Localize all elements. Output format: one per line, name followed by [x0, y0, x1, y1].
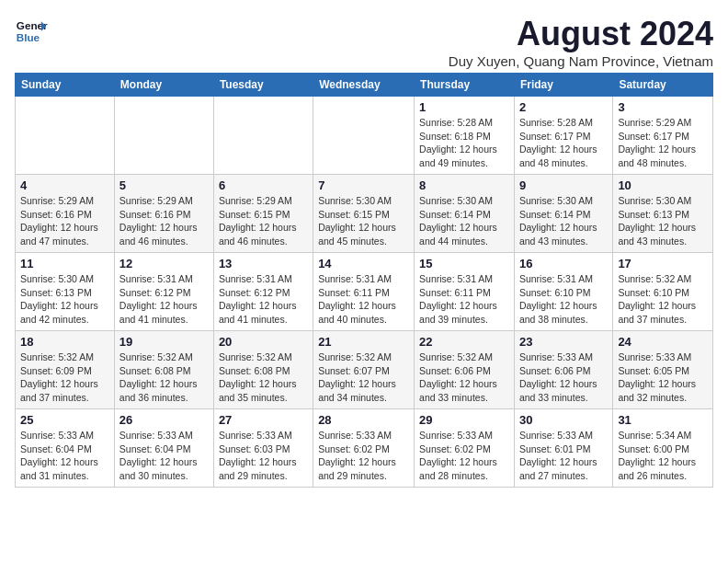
calendar-cell: 9Sunrise: 5:30 AM Sunset: 6:14 PM Daylig… [514, 175, 612, 253]
day-number: 10 [618, 178, 708, 192]
calendar-cell [213, 97, 313, 175]
calendar-cell: 17Sunrise: 5:32 AM Sunset: 6:10 PM Dayli… [613, 253, 713, 331]
calendar-cell: 5Sunrise: 5:29 AM Sunset: 6:16 PM Daylig… [114, 175, 213, 253]
day-info: Sunrise: 5:33 AM Sunset: 6:06 PM Dayligh… [519, 350, 608, 405]
calendar-week-row: 4Sunrise: 5:29 AM Sunset: 6:16 PM Daylig… [16, 175, 713, 253]
day-info: Sunrise: 5:28 AM Sunset: 6:17 PM Dayligh… [519, 116, 608, 170]
day-number: 29 [419, 413, 509, 427]
column-header-monday: Monday [114, 74, 213, 97]
day-info: Sunrise: 5:30 AM Sunset: 6:13 PM Dayligh… [618, 194, 708, 248]
day-info: Sunrise: 5:33 AM Sunset: 6:05 PM Dayligh… [618, 350, 708, 405]
day-number: 17 [618, 257, 708, 270]
column-header-tuesday: Tuesday [213, 74, 313, 97]
logo-icon: General Blue [15, 15, 48, 48]
day-number: 7 [318, 178, 409, 192]
day-info: Sunrise: 5:30 AM Sunset: 6:14 PM Dayligh… [419, 194, 509, 248]
day-info: Sunrise: 5:32 AM Sunset: 6:06 PM Dayligh… [419, 350, 509, 405]
calendar-cell: 14Sunrise: 5:31 AM Sunset: 6:11 PM Dayli… [313, 253, 415, 331]
calendar-cell: 19Sunrise: 5:32 AM Sunset: 6:08 PM Dayli… [114, 331, 213, 409]
calendar-week-row: 18Sunrise: 5:32 AM Sunset: 6:09 PM Dayli… [16, 331, 713, 409]
day-info: Sunrise: 5:33 AM Sunset: 6:01 PM Dayligh… [519, 429, 608, 483]
title-area: August 2024 Duy Xuyen, Quang Nam Provinc… [449, 15, 713, 69]
day-number: 8 [419, 178, 509, 192]
day-number: 16 [519, 257, 608, 270]
day-number: 15 [419, 257, 509, 270]
calendar-cell: 26Sunrise: 5:33 AM Sunset: 6:04 PM Dayli… [114, 409, 213, 488]
day-number: 9 [519, 178, 608, 192]
day-number: 3 [618, 100, 708, 114]
location-subtitle: Duy Xuyen, Quang Nam Province, Vietnam [449, 53, 713, 69]
day-info: Sunrise: 5:30 AM Sunset: 6:15 PM Dayligh… [318, 194, 409, 248]
day-info: Sunrise: 5:31 AM Sunset: 6:10 PM Dayligh… [519, 272, 608, 327]
calendar-cell: 24Sunrise: 5:33 AM Sunset: 6:05 PM Dayli… [613, 331, 713, 409]
day-info: Sunrise: 5:29 AM Sunset: 6:16 PM Dayligh… [20, 194, 109, 248]
day-number: 6 [219, 178, 308, 192]
day-number: 11 [20, 257, 109, 270]
column-header-friday: Friday [514, 74, 612, 97]
day-info: Sunrise: 5:32 AM Sunset: 6:08 PM Dayligh… [119, 350, 209, 405]
day-info: Sunrise: 5:33 AM Sunset: 6:03 PM Dayligh… [219, 429, 308, 483]
calendar-cell: 13Sunrise: 5:31 AM Sunset: 6:12 PM Dayli… [213, 253, 313, 331]
day-number: 5 [119, 178, 209, 192]
day-info: Sunrise: 5:32 AM Sunset: 6:10 PM Dayligh… [618, 272, 708, 327]
day-info: Sunrise: 5:33 AM Sunset: 6:02 PM Dayligh… [419, 429, 509, 483]
calendar-cell: 4Sunrise: 5:29 AM Sunset: 6:16 PM Daylig… [16, 175, 115, 253]
day-info: Sunrise: 5:32 AM Sunset: 6:09 PM Dayligh… [20, 350, 109, 405]
column-header-thursday: Thursday [415, 74, 515, 97]
day-number: 14 [318, 257, 409, 270]
calendar-cell: 31Sunrise: 5:34 AM Sunset: 6:00 PM Dayli… [613, 409, 713, 488]
calendar-cell [114, 97, 213, 175]
calendar-cell [313, 97, 415, 175]
day-number: 20 [219, 335, 308, 349]
month-year-title: August 2024 [449, 15, 713, 53]
calendar-cell: 8Sunrise: 5:30 AM Sunset: 6:14 PM Daylig… [415, 175, 515, 253]
day-info: Sunrise: 5:29 AM Sunset: 6:15 PM Dayligh… [219, 194, 308, 248]
calendar-cell: 16Sunrise: 5:31 AM Sunset: 6:10 PM Dayli… [514, 253, 612, 331]
day-info: Sunrise: 5:31 AM Sunset: 6:11 PM Dayligh… [419, 272, 509, 327]
calendar-table: SundayMondayTuesdayWednesdayThursdayFrid… [15, 73, 713, 488]
calendar-cell: 10Sunrise: 5:30 AM Sunset: 6:13 PM Dayli… [613, 175, 713, 253]
day-number: 2 [519, 100, 608, 114]
day-number: 25 [20, 413, 109, 427]
day-number: 13 [219, 257, 308, 270]
day-info: Sunrise: 5:32 AM Sunset: 6:08 PM Dayligh… [219, 350, 308, 405]
calendar-cell: 21Sunrise: 5:32 AM Sunset: 6:07 PM Dayli… [313, 331, 415, 409]
svg-text:Blue: Blue [17, 31, 40, 43]
calendar-header-row: SundayMondayTuesdayWednesdayThursdayFrid… [16, 74, 713, 97]
calendar-cell: 2Sunrise: 5:28 AM Sunset: 6:17 PM Daylig… [514, 97, 612, 175]
calendar-cell: 20Sunrise: 5:32 AM Sunset: 6:08 PM Dayli… [213, 331, 313, 409]
day-info: Sunrise: 5:31 AM Sunset: 6:12 PM Dayligh… [219, 272, 308, 327]
day-number: 23 [519, 335, 608, 349]
calendar-cell: 30Sunrise: 5:33 AM Sunset: 6:01 PM Dayli… [514, 409, 612, 488]
column-header-wednesday: Wednesday [313, 74, 415, 97]
calendar-cell: 27Sunrise: 5:33 AM Sunset: 6:03 PM Dayli… [213, 409, 313, 488]
calendar-cell: 11Sunrise: 5:30 AM Sunset: 6:13 PM Dayli… [16, 253, 115, 331]
day-info: Sunrise: 5:34 AM Sunset: 6:00 PM Dayligh… [618, 429, 708, 483]
calendar-week-row: 25Sunrise: 5:33 AM Sunset: 6:04 PM Dayli… [16, 409, 713, 488]
day-number: 24 [618, 335, 708, 349]
day-number: 21 [318, 335, 409, 349]
calendar-cell: 29Sunrise: 5:33 AM Sunset: 6:02 PM Dayli… [415, 409, 515, 488]
day-number: 18 [20, 335, 109, 349]
day-number: 28 [318, 413, 409, 427]
day-info: Sunrise: 5:32 AM Sunset: 6:07 PM Dayligh… [318, 350, 409, 405]
calendar-cell: 25Sunrise: 5:33 AM Sunset: 6:04 PM Dayli… [16, 409, 115, 488]
calendar-week-row: 11Sunrise: 5:30 AM Sunset: 6:13 PM Dayli… [16, 253, 713, 331]
calendar-cell: 7Sunrise: 5:30 AM Sunset: 6:15 PM Daylig… [313, 175, 415, 253]
calendar-cell: 1Sunrise: 5:28 AM Sunset: 6:18 PM Daylig… [415, 97, 515, 175]
day-info: Sunrise: 5:33 AM Sunset: 6:04 PM Dayligh… [20, 429, 109, 483]
calendar-week-row: 1Sunrise: 5:28 AM Sunset: 6:18 PM Daylig… [16, 97, 713, 175]
calendar-cell: 18Sunrise: 5:32 AM Sunset: 6:09 PM Dayli… [16, 331, 115, 409]
day-number: 4 [20, 178, 109, 192]
day-number: 1 [419, 100, 509, 114]
logo: General Blue [15, 15, 48, 48]
day-number: 12 [119, 257, 209, 270]
calendar-cell: 15Sunrise: 5:31 AM Sunset: 6:11 PM Dayli… [415, 253, 515, 331]
page-header: General Blue August 2024 Duy Xuyen, Quan… [15, 15, 713, 69]
calendar-cell: 6Sunrise: 5:29 AM Sunset: 6:15 PM Daylig… [213, 175, 313, 253]
day-info: Sunrise: 5:31 AM Sunset: 6:11 PM Dayligh… [318, 272, 409, 327]
calendar-cell: 28Sunrise: 5:33 AM Sunset: 6:02 PM Dayli… [313, 409, 415, 488]
day-number: 26 [119, 413, 209, 427]
day-info: Sunrise: 5:31 AM Sunset: 6:12 PM Dayligh… [119, 272, 209, 327]
day-info: Sunrise: 5:30 AM Sunset: 6:14 PM Dayligh… [519, 194, 608, 248]
